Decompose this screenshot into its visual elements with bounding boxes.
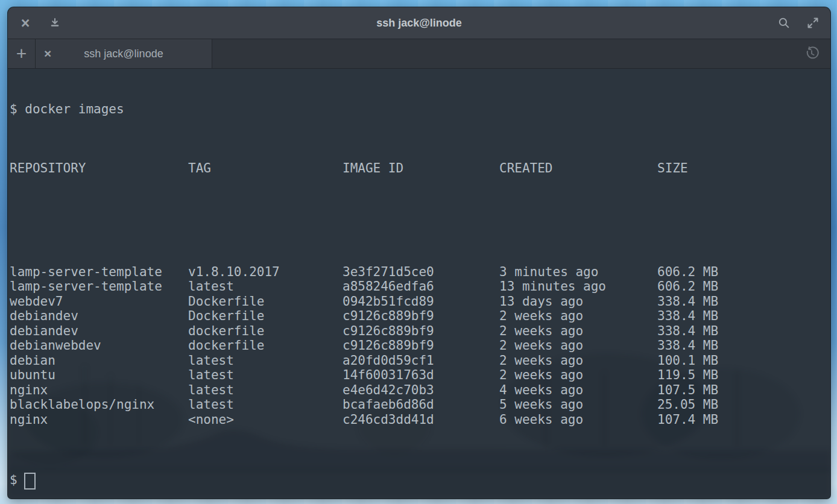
cell-size: 338.4 MB: [657, 294, 830, 309]
cell-created: 2 weeks ago: [499, 338, 657, 353]
cell-tag: latest: [188, 279, 343, 294]
header-created: CREATED: [499, 161, 657, 176]
cell-size: 338.4 MB: [657, 309, 830, 324]
cell-repository: blacklabelops/nginx: [10, 397, 188, 412]
titlebar-right-controls: [777, 7, 830, 39]
prompt-symbol: $: [10, 473, 17, 488]
window-title: ssh jack@linode: [8, 7, 830, 39]
plus-icon: +: [16, 43, 27, 64]
cell-size: 606.2 MB: [657, 279, 830, 294]
cell-size: 100.1 MB: [657, 353, 830, 368]
cell-created: 13 days ago: [499, 294, 657, 309]
cell-tag: latest: [188, 383, 343, 398]
header-repository: REPOSITORY: [10, 161, 188, 176]
table-row: webdev7 Dockerfile 0942b51fcd89 13 days …: [10, 294, 830, 309]
cell-repository: ubuntu: [10, 368, 188, 383]
cell-created: 13 minutes ago: [499, 279, 657, 294]
cell-image-id: c9126c889bf9: [343, 309, 499, 324]
table-row: lamp-server-template v1.8.10.2017 3e3f27…: [10, 265, 830, 280]
table-row: blacklabelops/nginx latest bcafaeb6d86d …: [10, 397, 830, 412]
command-line: $ docker images: [10, 102, 830, 117]
table-row: ubuntu latest 14f60031763d 2 weeks ago 1…: [10, 368, 830, 383]
cell-image-id: 0942b51fcd89: [343, 294, 499, 309]
cell-image-id: 14f60031763d: [343, 368, 499, 383]
tab-label: ssh jack@linode: [36, 39, 212, 68]
cell-created: 5 weeks ago: [499, 397, 657, 412]
cell-size: 25.05 MB: [657, 397, 830, 412]
expand-icon[interactable]: [806, 16, 820, 30]
prompt-line: $: [10, 471, 830, 490]
cell-repository: debiandev: [10, 324, 188, 339]
cell-created: 2 weeks ago: [499, 368, 657, 383]
cell-tag: latest: [188, 353, 343, 368]
cell-size: 606.2 MB: [657, 265, 830, 280]
cell-repository: lamp-server-template: [10, 265, 188, 280]
cell-tag: latest: [188, 368, 343, 383]
cell-image-id: a858246edfa6: [343, 279, 499, 294]
cell-tag: v1.8.10.2017: [188, 265, 343, 280]
cell-repository: nginx: [10, 383, 188, 398]
cell-size: 338.4 MB: [657, 324, 830, 339]
cell-created: 3 minutes ago: [499, 265, 657, 280]
cell-tag: dockerfile: [188, 324, 343, 339]
table-row: debianwebdev dockerfile c9126c889bf9 2 w…: [10, 338, 830, 353]
terminal-screen[interactable]: $ docker images REPOSITORY TAG IMAGE ID …: [8, 69, 830, 499]
cell-tag: Dockerfile: [188, 294, 343, 309]
table-row: debiandev Dockerfile c9126c889bf9 2 week…: [10, 309, 830, 324]
terminal-cursor: [24, 473, 36, 490]
cell-size: 107.5 MB: [657, 383, 830, 398]
cell-tag: dockerfile: [188, 338, 343, 353]
cell-image-id: c246cd3dd41d: [343, 412, 499, 427]
history-icon[interactable]: [804, 46, 820, 61]
images-table-body: lamp-server-template v1.8.10.2017 3e3f27…: [10, 220, 830, 427]
table-row: nginx <none> c246cd3dd41d 6 weeks ago 10…: [10, 412, 830, 427]
table-row: debian latest a20fd0d59cf1 2 weeks ago 1…: [10, 353, 830, 368]
table-row: debiandev dockerfile c9126c889bf9 2 week…: [10, 324, 830, 339]
header-image-id: IMAGE ID: [343, 161, 499, 176]
table-row: nginx latest e4e6d42c70b3 4 weeks ago 10…: [10, 383, 830, 398]
cell-created: 6 weeks ago: [499, 412, 657, 427]
cell-tag: latest: [188, 397, 343, 412]
search-icon[interactable]: [777, 16, 791, 30]
cell-created: 4 weeks ago: [499, 383, 657, 398]
cell-repository: debianwebdev: [10, 338, 188, 353]
titlebar-left-controls: ×: [8, 16, 61, 31]
tab-ssh-session[interactable]: × ssh jack@linode: [36, 39, 212, 68]
cell-image-id: bcafaeb6d86d: [343, 397, 499, 412]
header-tag: TAG: [188, 161, 343, 176]
terminal-output: $ docker images REPOSITORY TAG IMAGE ID …: [8, 69, 830, 499]
cell-repository: debian: [10, 353, 188, 368]
cell-repository: lamp-server-template: [10, 279, 188, 294]
tabbar-spacer: [212, 39, 804, 68]
cell-created: 2 weeks ago: [499, 353, 657, 368]
cell-image-id: a20fd0d59cf1: [343, 353, 499, 368]
table-row: lamp-server-template latest a858246edfa6…: [10, 279, 830, 294]
cell-image-id: 3e3f271d5ce0: [343, 265, 499, 280]
titlebar: × ssh jack@linode: [8, 7, 830, 39]
cell-image-id: c9126c889bf9: [343, 324, 499, 339]
table-header-row: REPOSITORY TAG IMAGE ID CREATED SIZE: [10, 161, 830, 176]
cell-size: 107.4 MB: [657, 412, 830, 427]
cell-repository: debiandev: [10, 309, 188, 324]
cell-size: 338.4 MB: [657, 338, 830, 353]
close-icon[interactable]: ×: [19, 16, 32, 31]
new-tab-button[interactable]: +: [8, 39, 36, 68]
cell-repository: webdev7: [10, 294, 188, 309]
cell-image-id: e4e6d42c70b3: [343, 383, 499, 398]
cell-tag: Dockerfile: [188, 309, 343, 324]
cell-repository: nginx: [10, 412, 188, 427]
cell-image-id: c9126c889bf9: [343, 338, 499, 353]
cell-size: 119.5 MB: [657, 368, 830, 383]
cell-tag: <none>: [188, 412, 343, 427]
download-icon[interactable]: [49, 17, 61, 29]
cell-created: 2 weeks ago: [499, 324, 657, 339]
header-size: SIZE: [657, 161, 830, 176]
terminal-window: × ssh jack@linode: [8, 7, 830, 499]
cell-created: 2 weeks ago: [499, 309, 657, 324]
tabbar: + × ssh jack@linode: [8, 39, 830, 69]
